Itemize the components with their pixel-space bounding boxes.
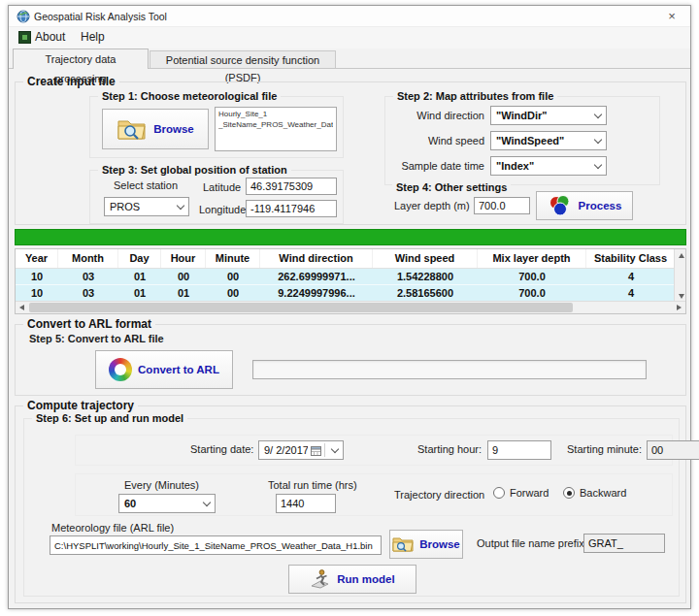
tab-psdf[interactable]: Potential source density function (PSDF) xyxy=(150,50,336,69)
arl-progress-bar xyxy=(252,360,647,379)
table-cell: 4 xyxy=(586,285,676,301)
station-combobox[interactable]: PROS xyxy=(104,197,189,216)
table-cell: 00 xyxy=(206,285,260,301)
step3-title: Step 3: Set global position of station xyxy=(98,164,291,176)
step6-box: Step 6: Set up and run model Starting da… xyxy=(23,418,680,597)
table-body: 1003010000262.69999971...1.54228800700.0… xyxy=(16,269,676,302)
wind-direction-combobox[interactable]: "WindDir" xyxy=(490,106,607,125)
folder-icon xyxy=(392,535,414,553)
table-header-mix-layer-depth[interactable]: Mix layer depth xyxy=(478,249,586,268)
horizontal-scrollbar[interactable] xyxy=(16,301,685,313)
title-bar: Geospatial Risk Analysis Tool × xyxy=(9,6,690,27)
longitude-field[interactable] xyxy=(246,200,337,217)
close-button[interactable]: × xyxy=(661,8,682,25)
step4-title: Step 4: Other settings xyxy=(392,181,511,193)
table-row[interactable]: 1003010000262.69999971...1.54228800700.0… xyxy=(16,269,676,285)
layer-depth-field[interactable] xyxy=(474,197,530,214)
every-minutes-value: 60 xyxy=(124,498,200,509)
table-cell: 700.0 xyxy=(478,269,586,284)
backward-radio[interactable]: Backward xyxy=(563,487,626,499)
step6-title: Step 6: Set up and run model xyxy=(32,412,187,424)
window-title: Geospatial Risk Analysis Tool xyxy=(34,11,167,22)
browse-met-button[interactable]: Browse xyxy=(102,109,209,149)
process-button[interactable]: Process xyxy=(536,191,633,220)
menu-help-label: Help xyxy=(81,30,105,44)
starting-hour-field[interactable] xyxy=(487,440,551,460)
backward-radio-circle xyxy=(563,487,575,499)
step1-box: Step 1: Choose meteorological file Brows… xyxy=(89,96,344,158)
met-file-line2: _SiteName_PROS_Weather_Data.csv xyxy=(218,120,333,131)
table-cell: 1.54228800 xyxy=(373,269,478,284)
starting-minute-field[interactable] xyxy=(647,440,699,460)
table-header-month[interactable]: Month xyxy=(58,249,118,268)
starting-date-picker[interactable]: 9/ 2/2017 xyxy=(258,440,344,460)
about-icon xyxy=(18,31,31,44)
step3-box: Step 3: Set global position of station S… xyxy=(89,170,344,224)
step2-box: Step 2: Map attributes from file Wind di… xyxy=(384,96,660,185)
table-cell: 4 xyxy=(586,269,676,284)
convert-arl-button[interactable]: Convert to ARL xyxy=(95,350,233,389)
table-cell: 10 xyxy=(16,269,58,284)
browse-met-label: Browse xyxy=(153,123,194,135)
table-header-hour[interactable]: Hour xyxy=(161,249,206,268)
arrow-down-icon xyxy=(679,294,684,299)
menu-about[interactable]: About xyxy=(18,30,65,44)
chevron-down-icon xyxy=(594,135,602,143)
select-station-label: Select station xyxy=(114,179,178,191)
table-header-year[interactable]: Year xyxy=(16,249,58,268)
run-model-label: Run model xyxy=(337,573,394,585)
table-row[interactable]: 10030101009.2249997996...2.58165600700.0… xyxy=(16,285,676,302)
scroll-left-button[interactable] xyxy=(16,302,28,313)
menu-help[interactable]: Help xyxy=(81,30,105,44)
chevron-down-icon xyxy=(594,160,602,168)
menu-bar: About Help xyxy=(9,27,690,49)
horizontal-scroll-thumb[interactable] xyxy=(29,303,573,312)
output-prefix-field[interactable] xyxy=(583,534,665,553)
table-cell: 01 xyxy=(161,285,206,301)
compute-trajectory-group: Compute trajectory Step 6: Set up and ru… xyxy=(15,405,686,603)
table-header-minute[interactable]: Minute xyxy=(206,249,260,268)
table-cell: 00 xyxy=(206,269,260,284)
wind-direction-label: Wind direction xyxy=(391,110,484,121)
browse-arl-label: Browse xyxy=(419,538,460,550)
table-cell: 262.69999971... xyxy=(260,269,373,284)
met-arl-file-field[interactable] xyxy=(50,535,382,555)
latitude-field[interactable] xyxy=(246,178,337,195)
step5-title: Step 5: Convert to ARL file xyxy=(29,333,164,344)
datepicker-separator xyxy=(324,443,325,457)
tab-strip: Trajectory data processing Potential sou… xyxy=(9,49,690,69)
table-header-wind-direction[interactable]: Wind direction xyxy=(260,249,373,268)
starting-date-label: Starting date: xyxy=(190,443,253,455)
runner-icon xyxy=(310,568,331,590)
sample-date-time-combobox[interactable]: "Index" xyxy=(490,156,607,176)
starting-minute-label: Starting minute: xyxy=(567,443,642,455)
scroll-up-button[interactable] xyxy=(675,249,687,261)
met-file-display[interactable]: Hourly_Site_1 _SiteName_PROS_Weather_Dat… xyxy=(215,107,337,151)
chevron-down-icon xyxy=(203,498,211,505)
table-cell: 9.2249997996... xyxy=(260,285,373,301)
wind-speed-combobox[interactable]: "WindSpeed" xyxy=(490,131,607,150)
step4-box: Step 4: Other settings Layer depth (m) P… xyxy=(384,191,660,224)
starting-date-value: 9/ 2/2017 xyxy=(264,444,308,456)
table-header-stability-class[interactable]: Stability Class xyxy=(586,249,676,268)
progress-bar-fill xyxy=(16,230,685,244)
browse-arl-button[interactable]: Browse xyxy=(389,530,463,559)
step2-title: Step 2: Map attributes from file xyxy=(393,90,557,102)
total-run-time-field[interactable] xyxy=(276,494,336,513)
chevron-down-icon xyxy=(177,201,184,209)
arrow-left-icon xyxy=(19,305,24,310)
every-minutes-combobox[interactable]: 60 xyxy=(118,494,216,513)
wind-speed-label: Wind speed xyxy=(391,135,484,146)
table-header-wind-speed[interactable]: Wind speed xyxy=(373,249,478,268)
backward-label: Backward xyxy=(580,487,626,499)
forward-radio[interactable]: Forward xyxy=(493,487,549,499)
vertical-scrollbar[interactable] xyxy=(674,249,685,302)
step1-title: Step 1: Choose meteorological file xyxy=(98,90,281,102)
scroll-right-button[interactable] xyxy=(673,302,685,313)
arrow-right-icon xyxy=(677,305,682,310)
progress-bar xyxy=(15,229,686,245)
table-header-day[interactable]: Day xyxy=(118,249,161,268)
tab-trajectory-data-processing[interactable]: Trajectory data processing xyxy=(13,49,149,69)
process-label: Process xyxy=(579,200,622,211)
run-model-button[interactable]: Run model xyxy=(288,565,416,594)
